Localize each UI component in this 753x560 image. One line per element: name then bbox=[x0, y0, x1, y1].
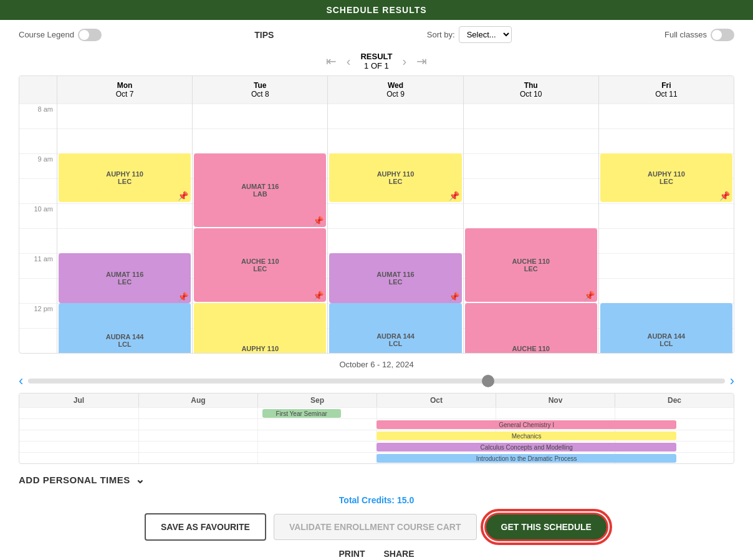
event-thu-auche110-lec[interactable]: AUCHE 110 LEC 📌 bbox=[465, 228, 597, 302]
first-page-button[interactable]: ⇤ bbox=[326, 54, 337, 69]
bar-mechanics-label: Mechanics bbox=[512, 433, 542, 440]
time-1230 bbox=[19, 328, 57, 353]
save-favourite-button[interactable]: SAVE AS FAVOURITE bbox=[145, 513, 266, 541]
get-schedule-button[interactable]: GET THIS SCHEDULE bbox=[484, 513, 608, 541]
pagination: ⇤ ‹ RESULT 1 OF 1 › ⇥ bbox=[0, 49, 753, 75]
bar-chemistry-label: General Chemistry I bbox=[499, 422, 554, 428]
print-link[interactable]: PRINT bbox=[338, 549, 365, 559]
add-personal-section: ADD PERSONAL TIMES ⌄ bbox=[0, 464, 753, 491]
result-label: RESULT bbox=[360, 52, 392, 61]
time-column: 8 am 9 am 10 am 11 am 12 pm bbox=[19, 104, 57, 353]
col-tue: Tue Oct 8 bbox=[192, 76, 327, 104]
share-link[interactable]: SHARE bbox=[383, 549, 414, 559]
tips-button[interactable]: TIPS bbox=[254, 30, 274, 40]
time-11am: 11 am bbox=[19, 253, 57, 278]
bar-drama[interactable]: Introduction to the Dramatic Process bbox=[376, 454, 676, 463]
calendar: Mon Oct 7 Tue Oct 8 Wed Oct 9 Thu Oct 10… bbox=[19, 75, 734, 354]
calendar-header: Mon Oct 7 Tue Oct 8 Wed Oct 9 Thu Oct 10… bbox=[19, 76, 734, 104]
validate-enrollment-button: VALIDATE ENROLLMENT COURSE CART bbox=[274, 514, 477, 540]
col-wed: Wed Oct 9 bbox=[327, 76, 463, 104]
timeline-section: October 6 - 12, 2024 ‹ › Jul Aug Sep Oct… bbox=[0, 354, 753, 464]
timeline-track bbox=[28, 379, 724, 384]
event-mon-audra144-lcl[interactable]: AUDRA 144 LCL 📌 bbox=[59, 303, 191, 354]
event-tue-auphy110-lab[interactable]: AUPHY 110 LAB 📌 bbox=[194, 303, 326, 354]
event-tue-aumat116-lab[interactable]: AUMAT 116 LAB 📌 bbox=[194, 153, 326, 227]
mon-cell-1030 bbox=[57, 228, 192, 253]
col-fri: Fri Oct 11 bbox=[598, 76, 734, 104]
month-oct: Oct bbox=[376, 393, 496, 407]
day-thu: Thu bbox=[466, 81, 596, 90]
month-header: Jul Aug Sep Oct Nov Dec bbox=[19, 393, 734, 407]
month-nov: Nov bbox=[496, 393, 615, 407]
event-mon-aumat116-lec[interactable]: AUMAT 116 LEC 📌 bbox=[59, 253, 191, 303]
full-classes-toggle[interactable] bbox=[711, 29, 734, 41]
day-col-mon: AUPHY 110 LEC 📌 AUMAT 116 LEC 📌 AUDRA 14… bbox=[57, 104, 192, 353]
time-8am: 8 am bbox=[19, 104, 57, 128]
time-830 bbox=[19, 128, 57, 153]
sort-select[interactable]: Select... bbox=[459, 26, 512, 43]
bottom-section: Total Credits: 15.0 SAVE AS FAVOURITE VA… bbox=[0, 491, 753, 560]
bar-seminar[interactable]: First Year Seminar bbox=[262, 409, 341, 418]
full-classes-label: Full classes bbox=[664, 30, 707, 39]
event-thu-auche110-lab[interactable]: AUCHE 110 LAB 📌 bbox=[465, 303, 597, 354]
month-aug: Aug bbox=[138, 393, 257, 407]
time-12pm: 12 pm bbox=[19, 303, 57, 328]
time-10am: 10 am bbox=[19, 203, 57, 228]
time-1030 bbox=[19, 228, 57, 253]
action-buttons: SAVE AS FAVOURITE VALIDATE ENROLLMENT CO… bbox=[19, 513, 734, 541]
last-page-button[interactable]: ⇥ bbox=[416, 54, 427, 69]
add-personal-label: ADD PERSONAL TIMES bbox=[19, 475, 130, 485]
course-legend-toggle[interactable] bbox=[78, 29, 102, 41]
page-current: 1 OF 1 bbox=[360, 61, 392, 70]
date-mon: Oct 7 bbox=[60, 90, 189, 99]
event-wed-aumat116-lec[interactable]: AUMAT 116 LEC 📌 bbox=[329, 253, 461, 303]
day-mon: Mon bbox=[60, 81, 189, 90]
date-wed: Oct 9 bbox=[330, 90, 460, 99]
calendar-wrap: Mon Oct 7 Tue Oct 8 Wed Oct 9 Thu Oct 10… bbox=[0, 75, 753, 354]
page-info: RESULT 1 OF 1 bbox=[360, 52, 392, 70]
date-fri: Oct 11 bbox=[602, 90, 731, 99]
timeline-next-button[interactable]: › bbox=[730, 373, 734, 389]
calendar-body: 8 am 9 am 10 am 11 am 12 pm bbox=[19, 104, 734, 353]
day-fri: Fri bbox=[602, 81, 731, 90]
mon-cell-830 bbox=[57, 128, 192, 153]
time-930 bbox=[19, 178, 57, 203]
event-fri-auphy110-lec[interactable]: AUPHY 110 LEC 📌 bbox=[600, 153, 732, 202]
course-row-calculus: Calculus Concepts and Modelling bbox=[19, 441, 734, 452]
timeline-prev-button[interactable]: ‹ bbox=[19, 373, 23, 389]
day-col-tue: AUMAT 116 LAB 📌 AUCHE 110 LEC 📌 AUPHY 11… bbox=[192, 104, 327, 353]
bar-mechanics[interactable]: Mechanics bbox=[376, 432, 676, 440]
course-legend-toggle-wrap: Course Legend bbox=[19, 29, 102, 41]
day-wed: Wed bbox=[330, 81, 460, 90]
course-row-drama: Introduction to the Dramatic Process bbox=[19, 452, 734, 463]
month-jul: Jul bbox=[19, 393, 138, 407]
total-credits: Total Credits: 15.0 bbox=[19, 495, 734, 505]
time-9am: 9 am bbox=[19, 153, 57, 178]
event-mon-auphy110-lec[interactable]: AUPHY 110 LEC 📌 bbox=[59, 153, 191, 202]
print-share: PRINT SHARE bbox=[19, 549, 734, 559]
event-wed-auphy110-lec[interactable]: AUPHY 110 LEC 📌 bbox=[329, 153, 461, 202]
date-tue: Oct 8 bbox=[195, 90, 325, 99]
month-bar: Jul Aug Sep Oct Nov Dec First Year Semin… bbox=[19, 393, 734, 464]
add-personal-button[interactable]: ADD PERSONAL TIMES ⌄ bbox=[19, 473, 734, 486]
event-fri-audra144-lcl[interactable]: AUDRA 144 LCL 📌 bbox=[600, 303, 732, 354]
col-mon: Mon Oct 7 bbox=[57, 76, 192, 104]
bar-calculus[interactable]: Calculus Concepts and Modelling bbox=[376, 443, 676, 451]
event-wed-audra144-lcl[interactable]: AUDRA 144 LCL 📌 bbox=[329, 303, 461, 354]
total-label: Total Credits: bbox=[339, 495, 395, 505]
prev-page-button[interactable]: ‹ bbox=[347, 54, 351, 69]
bar-drama-label: Introduction to the Dramatic Process bbox=[476, 455, 577, 462]
timeline-thumb[interactable] bbox=[482, 375, 494, 387]
date-thu: Oct 10 bbox=[466, 90, 596, 99]
month-sep: Sep bbox=[257, 393, 376, 407]
page-title: SCHEDULE RESULTS bbox=[0, 0, 753, 20]
next-page-button[interactable]: › bbox=[403, 54, 407, 69]
col-thu: Thu Oct 10 bbox=[463, 76, 598, 104]
bar-calculus-label: Calculus Concepts and Modelling bbox=[480, 444, 572, 451]
time-1130 bbox=[19, 278, 57, 303]
course-legend-label: Course Legend bbox=[19, 30, 74, 39]
time-header bbox=[19, 76, 57, 104]
course-row-mechanics: Mechanics bbox=[19, 430, 734, 441]
bar-chemistry[interactable]: General Chemistry I bbox=[376, 420, 676, 429]
event-tue-auche110-lec[interactable]: AUCHE 110 LEC 📌 bbox=[194, 228, 326, 302]
